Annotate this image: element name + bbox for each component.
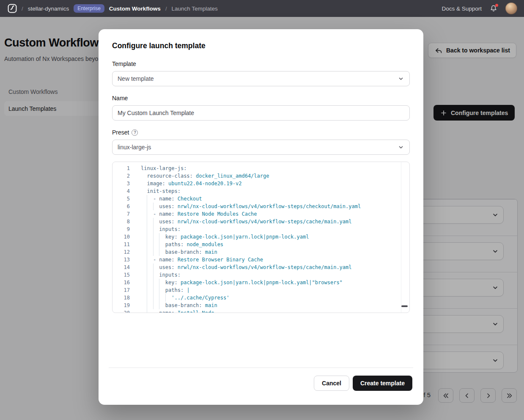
name-field-label: Name [112, 95, 410, 102]
indent-guide [147, 241, 147, 248]
code-line: 20 - name: Install Node [112, 309, 409, 313]
chevron-down-icon [398, 75, 404, 82]
code-line: 18 '../.cache/Cypress' [112, 294, 409, 302]
indent-guide [153, 218, 154, 225]
indent-guide [147, 218, 147, 225]
indent-guide [147, 279, 147, 286]
line-number: 17 [112, 286, 130, 294]
code-line: 17 paths: | [112, 286, 409, 294]
create-template-button[interactable]: Create template [353, 376, 412, 391]
indent-guide [147, 264, 147, 271]
indent-guide [153, 286, 154, 294]
line-number: 14 [112, 264, 130, 271]
modal-footer-divider [109, 368, 413, 368]
indent-guide [159, 233, 159, 241]
breadcrumb-separator: / [165, 5, 167, 12]
preset-help-icon[interactable]: ? [132, 129, 138, 136]
line-number: 12 [112, 248, 130, 256]
indent-guide [159, 248, 159, 256]
line-number: 18 [112, 294, 130, 302]
configure-launch-template-modal: Configure launch template Template New t… [99, 29, 423, 405]
indent-guide [147, 225, 147, 233]
indent-guide [159, 286, 159, 294]
indent-guide [147, 294, 147, 302]
indent-guide [159, 302, 159, 309]
user-avatar[interactable] [505, 3, 517, 14]
breadcrumb-separator: / [22, 5, 23, 12]
line-number: 5 [112, 195, 130, 203]
line-number: 10 [112, 233, 130, 241]
indent-guide [153, 233, 154, 241]
indent-guide [147, 286, 147, 294]
cancel-button[interactable]: Cancel [314, 376, 349, 391]
indent-guide [147, 309, 147, 313]
indent-guide [153, 271, 154, 279]
preset-select-value: linux-large-js [118, 144, 151, 151]
breadcrumb-workspace[interactable]: stellar-dynamics [28, 5, 69, 12]
code-line: 12 base-branch: main [112, 248, 409, 256]
line-number: 16 [112, 279, 130, 286]
code-editor[interactable]: 1linux-large-js:2 resource-class: docker… [112, 162, 410, 313]
code-line: 10 key: package-lock.json|yarn.lock|pnpm… [112, 233, 409, 241]
indent-guide [153, 203, 154, 210]
preset-select[interactable]: linux-large-js [112, 140, 410, 155]
docs-support-link[interactable]: Docs & Support [442, 5, 482, 12]
code-line: 8 uses: nrwl/nx-cloud-workflows/v4/workf… [112, 218, 409, 225]
code-line: 9 inputs: [112, 225, 409, 233]
indent-guide [147, 233, 147, 241]
chevron-down-icon [398, 144, 404, 151]
indent-guide [153, 225, 154, 233]
code-line: 19 base-branch: main [112, 302, 409, 309]
indent-guide [153, 302, 154, 309]
breadcrumb-page[interactable]: Launch Templates [172, 5, 218, 12]
indent-guide [153, 248, 154, 256]
code-line: 5 - name: Checkout [112, 195, 409, 203]
line-number: 8 [112, 218, 130, 225]
code-line: 2 resource-class: docker_linux_amd64/lar… [112, 172, 409, 180]
line-number: 20 [112, 309, 130, 313]
line-number: 2 [112, 172, 130, 180]
indent-guide [159, 279, 159, 286]
indent-guide [153, 241, 154, 248]
code-line: 3 image: ubuntu22.04-node20.19-v2 [112, 180, 409, 187]
line-number: 15 [112, 271, 130, 279]
indent-guide [153, 264, 154, 271]
notification-dot [495, 4, 498, 7]
indent-guide [147, 210, 147, 218]
modal-footer: Cancel Create template [314, 376, 412, 391]
template-field-label: Template [112, 60, 410, 68]
indent-guide [159, 294, 159, 302]
indent-guide [147, 248, 147, 256]
line-number: 9 [112, 225, 130, 233]
breadcrumb-section[interactable]: Custom Workflows [109, 5, 161, 12]
line-number: 7 [112, 210, 130, 218]
indent-guide [147, 195, 147, 203]
line-number: 1 [112, 165, 130, 172]
code-line: 7 - name: Restore Node Modules Cache [112, 210, 409, 218]
line-number: 19 [112, 302, 130, 309]
line-number: 4 [112, 187, 130, 195]
indent-guide [147, 302, 147, 309]
indent-guide [147, 256, 147, 264]
code-line: 1linux-large-js: [112, 165, 409, 172]
line-number: 11 [112, 241, 130, 248]
name-input[interactable] [112, 105, 410, 121]
indent-guide [147, 203, 147, 210]
code-line: 14 uses: nrwl/nx-cloud-workflows/v4/work… [112, 264, 409, 271]
line-number: 6 [112, 203, 130, 210]
indent-guide [165, 294, 166, 302]
indent-guide [159, 241, 159, 248]
code-line: 11 paths: node_modules [112, 241, 409, 248]
template-select-value: New template [118, 75, 154, 82]
app-screen: / stellar-dynamics Enterprise Custom Wor… [0, 0, 524, 420]
code-line: 4 init-steps: [112, 187, 409, 195]
notifications-button[interactable] [490, 5, 497, 12]
indent-guide [153, 294, 154, 302]
template-select[interactable]: New template [112, 71, 410, 86]
indent-guide [147, 271, 147, 279]
nx-cloud-logo-icon[interactable] [8, 4, 17, 13]
enterprise-badge: Enterprise [74, 4, 104, 13]
preset-field-label: Preset ? [112, 129, 410, 136]
code-line: 13 - name: Restore Browser Binary Cache [112, 256, 409, 264]
line-number: 3 [112, 180, 130, 187]
